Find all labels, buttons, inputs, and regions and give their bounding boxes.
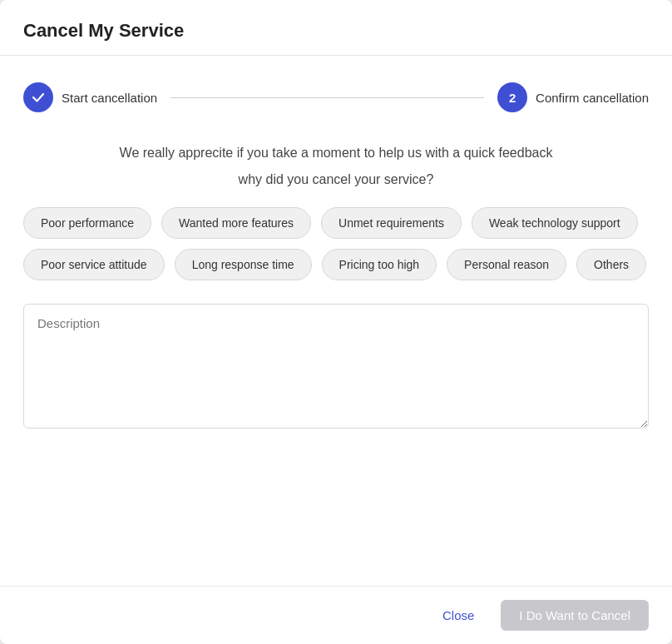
close-button[interactable]: Close — [429, 602, 487, 629]
do-want-to-cancel-button[interactable]: I Do Want to Cancel — [501, 600, 649, 631]
step-2-circle: 2 — [497, 82, 527, 112]
modal-title: Cancel My Service — [23, 20, 649, 42]
chip-unmet-requirements[interactable]: Unmet requirements — [321, 207, 462, 239]
chip-long-response-time[interactable]: Long response time — [175, 249, 312, 280]
step-1-label: Start cancellation — [62, 91, 157, 105]
modal-body: Start cancellation 2 Confirm cancellatio… — [0, 56, 672, 586]
modal-header: Cancel My Service — [0, 0, 672, 56]
feedback-question: why did you cancel your service? — [23, 172, 649, 187]
step-2-label: Confirm cancellation — [536, 91, 649, 105]
chip-poor-performance[interactable]: Poor performance — [23, 207, 151, 239]
feedback-message: We really apprecite if you take a moment… — [23, 142, 649, 164]
chip-weak-technology-support[interactable]: Weak technology support — [472, 207, 638, 239]
stepper: Start cancellation 2 Confirm cancellatio… — [23, 82, 649, 112]
description-textarea[interactable] — [23, 304, 649, 429]
chip-others[interactable]: Others — [576, 249, 646, 280]
chip-personal-reason[interactable]: Personal reason — [447, 249, 566, 280]
checkmark-icon — [31, 90, 46, 105]
step-connector — [170, 97, 484, 98]
step-1-circle — [23, 82, 53, 112]
chip-wanted-more-features[interactable]: Wanted more features — [161, 207, 311, 239]
modal-footer: Close I Do Want to Cancel — [0, 586, 672, 644]
step-2-number: 2 — [509, 91, 516, 105]
chip-pricing-too-high[interactable]: Pricing too high — [322, 249, 437, 280]
cancel-service-modal: Cancel My Service Start cancellation 2 C… — [0, 0, 672, 644]
step-2: 2 Confirm cancellation — [497, 82, 649, 112]
chip-poor-service-attitude[interactable]: Poor service attitude — [23, 249, 165, 280]
chips-container: Poor performanceWanted more featuresUnme… — [23, 207, 649, 280]
step-1: Start cancellation — [23, 82, 157, 112]
